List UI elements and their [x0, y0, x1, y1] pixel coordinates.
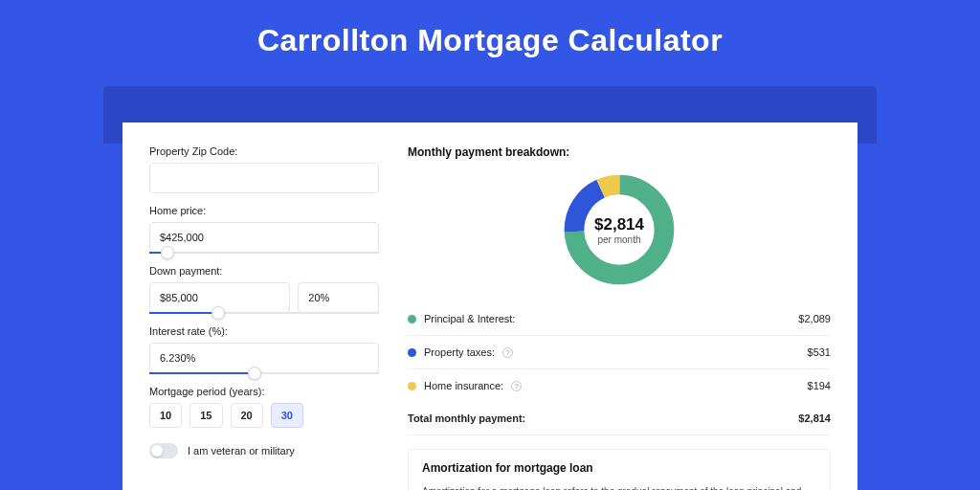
- breakdown-label: Home insurance:: [424, 380, 503, 391]
- down-payment-label: Down payment:: [149, 265, 379, 277]
- period-option-20[interactable]: 20: [231, 403, 263, 428]
- breakdown-row: Principal & Interest:$2,089: [408, 302, 831, 336]
- legend-dot-icon: [408, 315, 416, 323]
- legend-dot-icon: [408, 348, 416, 357]
- inputs-column: Property Zip Code: Home price: Down paym…: [149, 145, 379, 490]
- amortization-card: Amortization for mortgage loan Amortizat…: [408, 449, 831, 490]
- interest-rate-label: Interest rate (%):: [149, 325, 379, 337]
- mortgage-period-options: 10152030: [149, 403, 379, 428]
- breakdown-column: Monthly payment breakdown: $2,814 per mo…: [408, 145, 831, 490]
- breakdown-label: Property taxes:: [424, 346, 495, 358]
- breakdown-value: $194: [808, 380, 831, 391]
- breakdown-value: $2,089: [798, 313, 831, 324]
- down-payment-percent-input[interactable]: [298, 282, 379, 313]
- legend-dot-icon: [408, 382, 416, 390]
- breakdown-title: Monthly payment breakdown:: [408, 145, 831, 159]
- period-option-30[interactable]: 30: [271, 403, 303, 428]
- home-price-input[interactable]: [149, 222, 379, 253]
- breakdown-label: Principal & Interest:: [424, 313, 515, 324]
- breakdown-row: Property taxes:?$531: [408, 336, 831, 369]
- home-price-slider[interactable]: [149, 252, 379, 254]
- page-title: Carrollton Mortgage Calculator: [0, 0, 980, 76]
- down-payment-slider[interactable]: [149, 312, 379, 314]
- interest-rate-slider[interactable]: [149, 372, 379, 374]
- total-value: $2,814: [798, 412, 831, 424]
- veteran-toggle[interactable]: [149, 443, 178, 458]
- help-icon[interactable]: ?: [511, 381, 522, 391]
- breakdown-value: $531: [808, 346, 831, 358]
- donut-chart: $2,814 per month: [560, 170, 679, 289]
- veteran-toggle-label: I am veteran or military: [188, 445, 295, 457]
- total-row: Total monthly payment: $2,814: [408, 402, 831, 435]
- amortization-text: Amortization for a mortgage loan refers …: [422, 484, 816, 490]
- donut-center-amount: $2,814: [594, 215, 644, 234]
- mortgage-period-label: Mortgage period (years):: [149, 386, 379, 397]
- help-icon[interactable]: ?: [502, 347, 513, 358]
- period-option-10[interactable]: 10: [149, 403, 182, 428]
- total-label: Total monthly payment:: [408, 412, 525, 424]
- calculator-card: Property Zip Code: Home price: Down paym…: [122, 122, 858, 490]
- breakdown-row: Home insurance:?$194: [408, 369, 831, 402]
- interest-rate-input[interactable]: [149, 343, 379, 373]
- donut-center-sub: per month: [597, 234, 640, 245]
- zip-input[interactable]: [149, 163, 379, 193]
- period-option-15[interactable]: 15: [189, 403, 222, 428]
- home-price-label: Home price:: [149, 205, 379, 216]
- zip-label: Property Zip Code:: [149, 145, 379, 157]
- amortization-title: Amortization for mortgage loan: [422, 461, 816, 475]
- donut-chart-wrap: $2,814 per month: [408, 170, 831, 289]
